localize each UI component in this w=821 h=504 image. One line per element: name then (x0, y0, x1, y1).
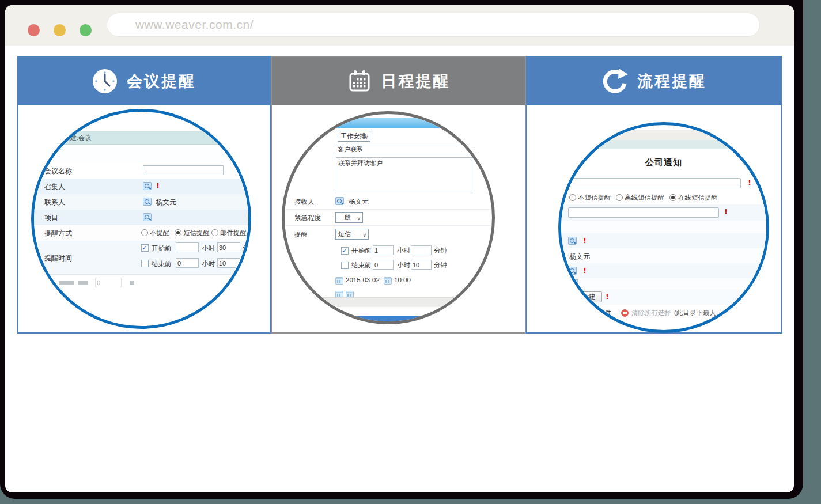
meeting-contact-label: 联系人 (44, 198, 65, 207)
schedule-remind-select[interactable]: 短信 (335, 229, 369, 240)
schedule-row-remind: 提醒 短信 (285, 225, 492, 242)
schedule-subject-input[interactable] (336, 145, 472, 154)
calendar-small-icon[interactable] (335, 277, 343, 285)
meeting-row-convener: 召集人 ! (34, 179, 248, 195)
end-minutes-input[interactable] (217, 258, 240, 268)
required-exclamation-icon: ! (606, 292, 609, 301)
search-icon[interactable] (143, 198, 152, 206)
workflow-panel-title: 流程提醒 (637, 71, 706, 92)
end-hours-input[interactable] (176, 258, 199, 268)
meeting-row-remind-time: 提醒时间 开始前 小时 分 结束前 小时 (34, 241, 248, 275)
radio-no-sms[interactable] (569, 194, 576, 201)
checkbox-before-start[interactable] (341, 247, 349, 255)
workflow-row-search2: ! (561, 263, 766, 279)
url-text: www.weaver.com.cn/ (135, 18, 760, 32)
radio-sms-remind[interactable] (175, 229, 181, 236)
end-hours-input[interactable] (373, 260, 394, 270)
hours-unit-label: 小时 (397, 261, 410, 270)
schedule-urgency-value: 一般 (338, 214, 351, 221)
end-minutes-input[interactable] (411, 260, 432, 270)
before-start-label: 开始前 (351, 247, 372, 255)
before-end-label: 结束前 (152, 260, 172, 268)
radio-offline-sms[interactable] (616, 194, 623, 201)
workflow-title-input[interactable] (567, 178, 741, 188)
faint-number-input[interactable] (95, 278, 122, 287)
schedule-receiver-label: 接收人 (294, 198, 315, 206)
blurred-text (78, 281, 88, 285)
meeting-row-contact: 联系人 杨文元 (34, 194, 248, 210)
hours-unit-label: 小时 (202, 260, 215, 268)
schedule-detail-textarea[interactable]: 联系并拜访客户 (336, 157, 472, 191)
blurred-text (130, 281, 134, 285)
remove-icon[interactable] (621, 309, 629, 317)
radio-mail-remind-label: 邮件提醒 (220, 229, 247, 237)
schedule-detail-value: 联系并拜访客户 (338, 160, 383, 166)
radio-online-sms[interactable] (669, 194, 676, 201)
workflow-panel-header: 流程提醒 (527, 57, 781, 105)
search-icon[interactable] (568, 237, 577, 245)
schedule-urgency-label: 紧急程度 (294, 214, 321, 222)
schedule-form-magnifier: 工作安排 联系并拜访客户 接收人 杨文元 紧急程度 一般 提醒 短信 开始前 小… (282, 111, 495, 324)
hours-unit-label: 小时 (397, 247, 410, 255)
search-icon[interactable] (335, 197, 344, 205)
workflow-secondary-input[interactable] (568, 207, 719, 218)
schedule-urgency-select[interactable]: 一般 (335, 212, 363, 223)
folder-note-text: (此目录下最大 (674, 309, 716, 317)
meeting-name-input[interactable] (143, 165, 224, 175)
minimize-window-button[interactable] (54, 24, 66, 36)
radio-sms-remind-label: 短信提醒 (183, 229, 210, 237)
clock-icon (92, 69, 118, 94)
radio-offline-sms-label: 离线短信提醒 (625, 194, 664, 202)
schedule-panel-title: 日程提醒 (381, 71, 451, 92)
search-icon[interactable] (143, 213, 152, 221)
schedule-receiver-value: 杨文元 (349, 198, 369, 206)
close-window-button[interactable] (28, 24, 40, 36)
radio-no-remind-label: 不提醒 (150, 229, 170, 237)
refresh-icon (601, 68, 628, 94)
required-exclamation-icon: ! (583, 236, 587, 245)
radio-no-remind[interactable] (141, 229, 148, 236)
workflow-row-receiver: 杨文元 (561, 248, 766, 264)
workflow-heading-row: 公司通知 (561, 157, 766, 169)
start-hours-input[interactable] (373, 245, 394, 255)
meeting-row-project: 项目 (34, 210, 248, 226)
calendar-small-icon[interactable] (384, 277, 392, 285)
checkbox-before-end[interactable] (341, 262, 349, 269)
workflow-row-input2: ! (561, 204, 766, 221)
schedule-remind-value: 短信 (338, 230, 351, 237)
clear-all-link[interactable]: 清除所有选择 (631, 309, 671, 317)
schedule-type-select[interactable]: 工作安排 (338, 131, 370, 142)
workflow-row-partial (561, 278, 766, 290)
workflow-receiver-value: 杨文元 (569, 252, 590, 262)
radio-no-sms-label: 不短信提醒 (578, 194, 611, 202)
search-icon[interactable] (568, 267, 577, 275)
start-hours-input[interactable] (176, 242, 199, 252)
meeting-row-spacer (34, 145, 248, 164)
search-icon[interactable] (143, 182, 152, 190)
meeting-method-label: 提醒方式 (44, 229, 72, 238)
minutes-unit-label: 分钟 (434, 247, 447, 255)
schedule-remind-label: 提醒 (294, 230, 308, 239)
before-end-label: 结束前 (351, 261, 372, 270)
schedule-panel-header: 日程提醒 (272, 57, 525, 105)
meeting-row-name: 会议名称 (34, 163, 248, 179)
radio-mail-remind[interactable] (211, 229, 218, 236)
required-exclamation-icon: ! (724, 207, 728, 216)
zoom-window-button[interactable] (80, 24, 92, 36)
checkbox-before-end[interactable] (141, 260, 149, 267)
meeting-panel-header: 会议提醒 (18, 57, 270, 105)
meeting-convener-label: 召集人 (44, 182, 65, 192)
required-exclamation-icon: ! (583, 266, 587, 275)
workflow-row-search1: ! (561, 233, 766, 249)
workflow-row-title-input: ! (561, 175, 766, 192)
required-exclamation-icon: ! (156, 181, 160, 190)
meeting-time-label: 提醒时间 (44, 253, 72, 263)
start-minutes-input[interactable] (217, 242, 240, 252)
start-minutes-input[interactable] (411, 245, 432, 255)
meeting-contact-value: 杨文元 (156, 198, 176, 207)
checkbox-before-start[interactable] (141, 244, 149, 252)
schedule-row-time: 时间 2015-03-02 10:00 (285, 273, 492, 288)
workflow-form-magnifier: 公司通知 ! 不短信提醒 离线短信提醒 在线短信提醒 ! ! 杨文元 ! 新建 … (558, 122, 769, 333)
meeting-name-label: 会议名称 (44, 166, 72, 176)
address-bar[interactable]: www.weaver.com.cn/ (107, 13, 760, 37)
